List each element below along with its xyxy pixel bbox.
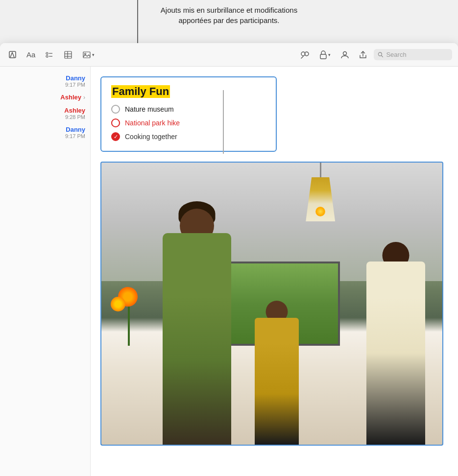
table-icon <box>64 50 72 59</box>
lock-button[interactable]: ▾ <box>316 48 334 61</box>
main-content: Danny 9:17 PM Ashley › Ashley 9:28 PM Da… <box>0 67 458 476</box>
child-body <box>255 318 299 445</box>
lamp-shade <box>306 177 335 221</box>
checklist: Nature museum National park hike ✓ Cooki… <box>111 105 266 141</box>
checklist-item-cooking[interactable]: ✓ Cooking together <box>111 132 266 141</box>
table-button[interactable] <box>61 48 75 61</box>
doc-card: Family Fun Nature museum National park h… <box>100 76 277 152</box>
right-person-body <box>366 262 425 445</box>
font-button[interactable]: Aa <box>24 48 38 61</box>
svg-point-14 <box>343 51 347 55</box>
svg-point-1 <box>46 52 48 54</box>
person-right <box>366 262 425 445</box>
change-time: 9:17 PM <box>65 82 85 88</box>
toolbar: Aa ▾ <box>0 43 458 67</box>
author-name: Danny <box>66 126 85 133</box>
change-item-danny-1[interactable]: Danny 9:17 PM <box>0 71 90 91</box>
chevron-icon: ▾ <box>92 52 95 57</box>
collaborate-icon <box>300 50 310 59</box>
tooltip-line2: apportées par des participants. <box>179 16 280 24</box>
format-button[interactable] <box>42 48 57 61</box>
flower-stem <box>128 307 130 346</box>
author-name: Ashley <box>64 107 85 114</box>
vertical-indicator <box>223 90 224 154</box>
check-circle-empty <box>111 105 120 114</box>
checklist-item-text: Nature museum <box>125 105 174 113</box>
search-box[interactable] <box>374 49 452 60</box>
media-button[interactable]: ▾ <box>79 48 97 61</box>
edit-icon <box>9 51 17 59</box>
change-item-ashley-2[interactable]: Ashley 9:28 PM <box>0 104 90 123</box>
change-item-danny-2[interactable]: Danny 9:17 PM <box>0 123 90 142</box>
font-label: Aa <box>26 50 35 59</box>
change-time: 9:17 PM <box>65 133 85 139</box>
pendant-lamp <box>301 163 340 221</box>
share-button[interactable] <box>356 48 370 61</box>
checklist-item-nature[interactable]: Nature museum <box>111 105 266 114</box>
tooltip: Ajouts mis en surbrillance et modificati… <box>0 0 458 25</box>
lock-chevron: ▾ <box>328 52 331 57</box>
svg-point-10 <box>85 53 86 54</box>
kitchen-photo-area <box>100 162 443 446</box>
person-icon <box>340 50 349 59</box>
checklist-item-hike[interactable]: National park hike <box>111 119 266 127</box>
lamp-cord <box>320 163 321 177</box>
change-time: 9:28 PM <box>65 114 85 120</box>
change-item-ashley-1[interactable]: Ashley › <box>0 91 90 104</box>
search-icon <box>378 51 383 58</box>
checklist-item-text: National park hike <box>125 119 180 127</box>
list-format-icon <box>45 50 54 59</box>
lamp-glow <box>315 207 325 216</box>
collaborate-button[interactable] <box>297 48 313 61</box>
checklist-item-text: Cooking together <box>125 133 177 141</box>
edit-button[interactable] <box>6 49 20 61</box>
check-circle-red <box>111 119 120 127</box>
flower-head-2 <box>111 297 125 311</box>
tooltip-line1: Ajouts mis en surbrillance et modificati… <box>161 6 297 14</box>
arrow-icon: › <box>83 94 85 101</box>
svg-line-16 <box>381 55 383 57</box>
doc-title: Family Fun <box>111 85 170 98</box>
toolbar-right: ▾ <box>297 48 452 61</box>
author-name: Danny <box>66 74 85 82</box>
lock-icon <box>319 50 327 59</box>
flowers <box>108 287 147 346</box>
check-circle-done: ✓ <box>111 132 120 141</box>
author-name: Ashley <box>60 94 81 101</box>
doc-area: Family Fun Nature museum National park h… <box>91 67 458 476</box>
person-body <box>163 233 231 445</box>
svg-rect-9 <box>83 52 90 58</box>
participants-button[interactable] <box>337 48 352 61</box>
media-icon <box>82 50 91 59</box>
app-window: Aa ▾ <box>0 43 458 476</box>
search-input[interactable] <box>386 51 448 58</box>
kitchen-photo <box>101 163 442 445</box>
sidebar: Danny 9:17 PM Ashley › Ashley 9:28 PM Da… <box>0 67 91 476</box>
svg-rect-13 <box>320 54 326 59</box>
svg-rect-5 <box>65 51 72 58</box>
person-tall <box>163 233 231 445</box>
share-icon <box>359 50 367 59</box>
person-child <box>255 318 299 445</box>
svg-point-2 <box>46 55 48 57</box>
